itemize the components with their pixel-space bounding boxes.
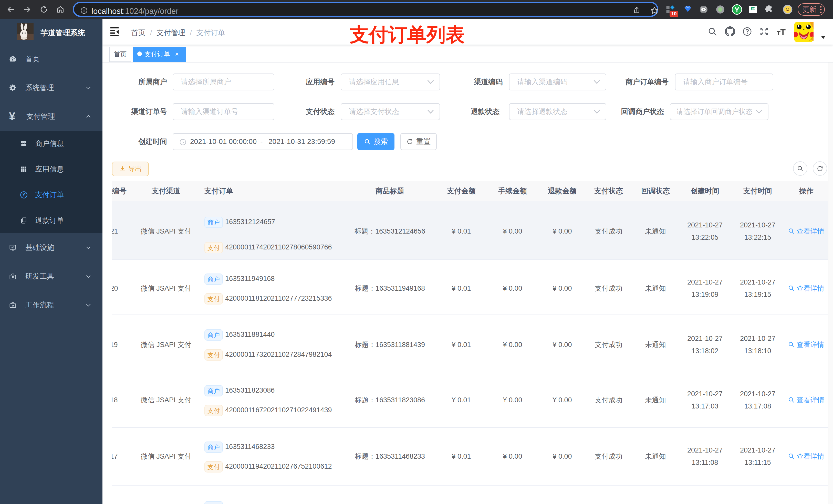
svg-text:¥: ¥ [23, 193, 25, 197]
